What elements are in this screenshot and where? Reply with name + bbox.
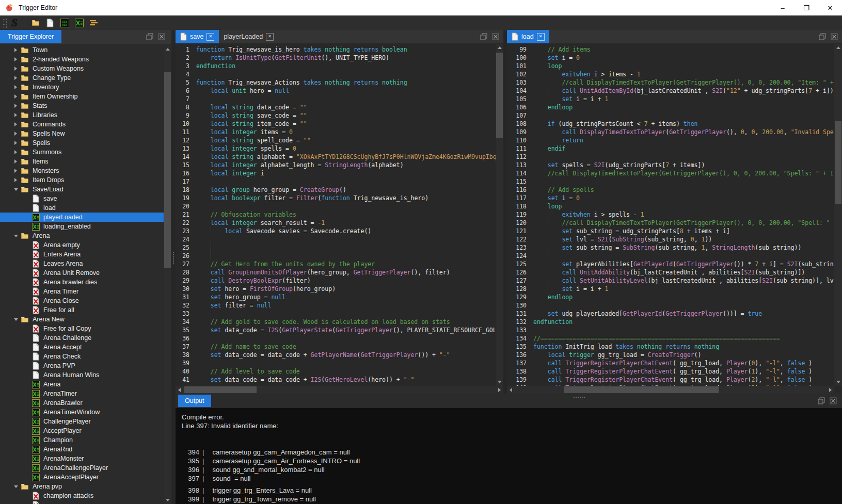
tree-item-acceptplayer[interactable]: AcceptPlayer	[0, 426, 164, 435]
editor-vertical-scrollbar[interactable]	[834, 44, 842, 386]
chevron-right-icon[interactable]	[11, 67, 20, 71]
chevron-down-icon[interactable]	[11, 318, 20, 321]
code-editor-save[interactable]: 1function Trig_newsave_is_hero takes not…	[176, 44, 496, 388]
chevron-right-icon[interactable]	[11, 76, 20, 80]
editor-horizontal-scrollbar[interactable]	[507, 386, 834, 394]
tree-item-arenarnd[interactable]: ArenaRnd	[0, 445, 164, 454]
tree-item-arenatimer[interactable]: ArenaTimer	[0, 389, 164, 398]
tree-item-save[interactable]: save	[0, 194, 164, 203]
close-panel-icon[interactable]	[492, 33, 499, 42]
splitter-handle[interactable]	[172, 252, 174, 265]
tree-item-arena-pvp[interactable]: Arena pvp	[0, 482, 164, 491]
chevron-right-icon[interactable]	[11, 141, 20, 145]
tree-item-items[interactable]: Items	[0, 157, 164, 166]
tree-item-arena-check[interactable]: Arena Check	[0, 352, 164, 361]
new-trigger-button[interactable]	[44, 17, 56, 28]
chevron-right-icon[interactable]	[11, 169, 20, 173]
tree-item-arenamonster[interactable]: ArenaMonster	[0, 454, 164, 463]
tree-item-arena-new[interactable]: Arena New	[0, 315, 164, 324]
tree-item-arena-timer[interactable]: Arena Timer	[0, 287, 164, 296]
close-panel-icon[interactable]	[831, 33, 838, 42]
explorer-splitter[interactable]	[171, 30, 176, 504]
tree-item-monsters[interactable]: Monsters	[0, 166, 164, 175]
chevron-right-icon[interactable]	[11, 132, 20, 136]
tree-item-save-load[interactable]: Save/Load	[0, 185, 164, 194]
scroll-up-button[interactable]	[496, 44, 503, 52]
tree-item-commands[interactable]: Commands	[0, 120, 164, 129]
scroll-down-button[interactable]	[834, 378, 842, 386]
tree-item-playerloaded[interactable]: playerLoaded	[0, 213, 164, 222]
new-script-button[interactable]	[73, 17, 85, 28]
tree-item-arena-pvp[interactable]: Arena PVP	[0, 361, 164, 370]
maximize-button[interactable]: ❐	[795, 0, 818, 15]
scroll-up-button[interactable]	[164, 45, 171, 53]
editor-horizontal-scrollbar[interactable]	[176, 386, 503, 394]
scrollbar-thumb[interactable]	[164, 72, 171, 268]
scroll-right-button[interactable]	[496, 386, 503, 394]
scroll-right-button[interactable]	[827, 386, 834, 394]
tree-item-arenachallengeplayer[interactable]: ArenaChallengePlayer	[0, 463, 164, 473]
tree-item-free-for-all[interactable]: Free for all	[0, 305, 164, 315]
tree-item-item-drops[interactable]: Item Drops	[0, 175, 164, 185]
tree-item-summons[interactable]: Summons	[0, 148, 164, 157]
tab-playerloaded[interactable]: playerLoaded✕	[219, 30, 278, 43]
tree-item-enters-arena[interactable]: Enters Arena	[0, 250, 164, 259]
scrollbar-thumb[interactable]	[835, 121, 841, 204]
float-panel-icon[interactable]	[819, 33, 826, 42]
minimize-button[interactable]: –	[771, 0, 795, 15]
tree-item-item-ownership[interactable]: Item Ownership	[0, 92, 164, 101]
tree-item-champion[interactable]: Champion	[0, 435, 164, 445]
editor-vertical-scrollbar[interactable]	[496, 44, 503, 386]
tree-item-arena[interactable]: Arena	[0, 380, 164, 389]
tree-item-load[interactable]: load	[0, 203, 164, 213]
float-panel-icon[interactable]	[480, 33, 487, 42]
tree-item-arena-human-wins[interactable]: Arena Human Wins	[0, 370, 164, 380]
code-editor-load[interactable]: 99 // Add items100 set i = 0101 loop102 …	[507, 44, 834, 388]
explorer-vertical-scrollbar[interactable]	[164, 45, 171, 504]
tree-item-loading-enabled[interactable]: loading_enabled	[0, 222, 164, 231]
tree-item-arenaacceptplayer[interactable]: ArenaAcceptPlayer	[0, 473, 164, 482]
new-category-button[interactable]	[30, 17, 41, 28]
tree-item-arena-unit-remove[interactable]: Arena Unit Remove	[0, 268, 164, 278]
scrollbar-thumb[interactable]	[184, 386, 257, 393]
trigger-tree[interactable]: Town2-handed WeaponsCustom WeaponsChange…	[0, 45, 164, 504]
chevron-right-icon[interactable]	[11, 94, 20, 99]
convert-to-script-button[interactable]: 101010	[59, 17, 70, 28]
chevron-right-icon[interactable]	[11, 104, 20, 108]
scrollbar-thumb[interactable]	[496, 53, 503, 138]
output-log[interactable]: Compile error.Line 397: Invalid identifi…	[176, 408, 842, 504]
tab-save[interactable]: save✕	[176, 30, 219, 43]
toolbar-grip[interactable]	[2, 18, 7, 28]
chevron-right-icon[interactable]	[11, 122, 20, 126]
chevron-right-icon[interactable]	[11, 159, 20, 164]
chevron-down-icon[interactable]	[11, 188, 20, 191]
splitter-handle[interactable]	[573, 396, 585, 398]
chevron-right-icon[interactable]	[11, 150, 20, 154]
tree-item-item[interactable]	[0, 500, 164, 504]
tree-item-arenabrawler[interactable]: ArenaBrawler	[0, 398, 164, 408]
float-panel-icon[interactable]	[818, 397, 825, 407]
scroll-left-button[interactable]	[507, 386, 515, 394]
tree-item-town[interactable]: Town	[0, 45, 164, 55]
scroll-down-button[interactable]	[496, 378, 503, 386]
tree-item-libraries[interactable]: Libraries	[0, 110, 164, 120]
float-panel-icon[interactable]	[146, 33, 153, 42]
tree-item-arena[interactable]: Arena	[0, 231, 164, 240]
tree-item-arena-challenge[interactable]: Arena Challenge	[0, 333, 164, 343]
scroll-left-button[interactable]	[176, 386, 183, 394]
tree-item-arenatimerwindow[interactable]: ArenaTimerWindow	[0, 408, 164, 417]
chevron-right-icon[interactable]	[11, 178, 20, 182]
tree-item-arena-close[interactable]: Arena Close	[0, 296, 164, 305]
tree-item-spells[interactable]: Spells	[0, 138, 164, 148]
tree-item-leaves-arena[interactable]: Leaves Arena	[0, 259, 164, 268]
tree-item-inventory[interactable]: Inventory	[0, 83, 164, 92]
chevron-right-icon[interactable]	[11, 113, 20, 117]
tab-close-icon[interactable]: ✕	[266, 33, 274, 41]
scroll-down-button[interactable]	[164, 496, 171, 504]
scroll-up-button[interactable]	[834, 44, 842, 52]
tree-item-arena-empty[interactable]: Arena empty	[0, 240, 164, 250]
chevron-right-icon[interactable]	[11, 57, 20, 61]
tree-item-change-type[interactable]: Change Type	[0, 73, 164, 83]
tree-item-custom-weapons[interactable]: Custom Weapons	[0, 64, 164, 73]
tree-item-stats[interactable]: Stats	[0, 101, 164, 110]
